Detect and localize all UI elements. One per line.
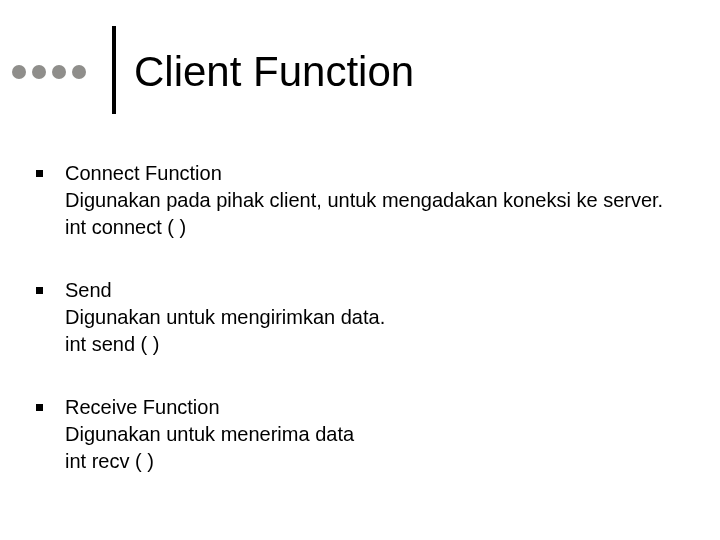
bullet-icon [36, 404, 43, 411]
dot-icon [52, 65, 66, 79]
item-body: Connect Function Digunakan pada pihak cl… [65, 160, 690, 241]
item-heading: Send [65, 277, 690, 304]
item-body: Send Digunakan untuk mengirimkan data. i… [65, 277, 690, 358]
item-heading: Connect Function [65, 160, 690, 187]
slide: Client Function Connect Function Digunak… [0, 0, 720, 540]
item-code: int connect ( ) [65, 214, 690, 241]
list-item: Receive Function Digunakan untuk menerim… [36, 394, 690, 475]
bullet-icon [36, 170, 43, 177]
slide-title: Client Function [134, 48, 414, 96]
decorative-dots [12, 65, 86, 79]
content-area: Connect Function Digunakan pada pihak cl… [36, 160, 690, 511]
list-item: Connect Function Digunakan pada pihak cl… [36, 160, 690, 241]
item-description: Digunakan pada pihak client, untuk menga… [65, 187, 690, 214]
dot-icon [32, 65, 46, 79]
item-code: int recv ( ) [65, 448, 690, 475]
list-item: Send Digunakan untuk mengirimkan data. i… [36, 277, 690, 358]
dot-icon [12, 65, 26, 79]
item-description: Digunakan untuk menerima data [65, 421, 690, 448]
title-divider [112, 26, 116, 114]
item-heading: Receive Function [65, 394, 690, 421]
item-description: Digunakan untuk mengirimkan data. [65, 304, 690, 331]
item-body: Receive Function Digunakan untuk menerim… [65, 394, 690, 475]
title-area: Client Function [0, 30, 414, 114]
dot-icon [72, 65, 86, 79]
item-code: int send ( ) [65, 331, 690, 358]
bullet-icon [36, 287, 43, 294]
